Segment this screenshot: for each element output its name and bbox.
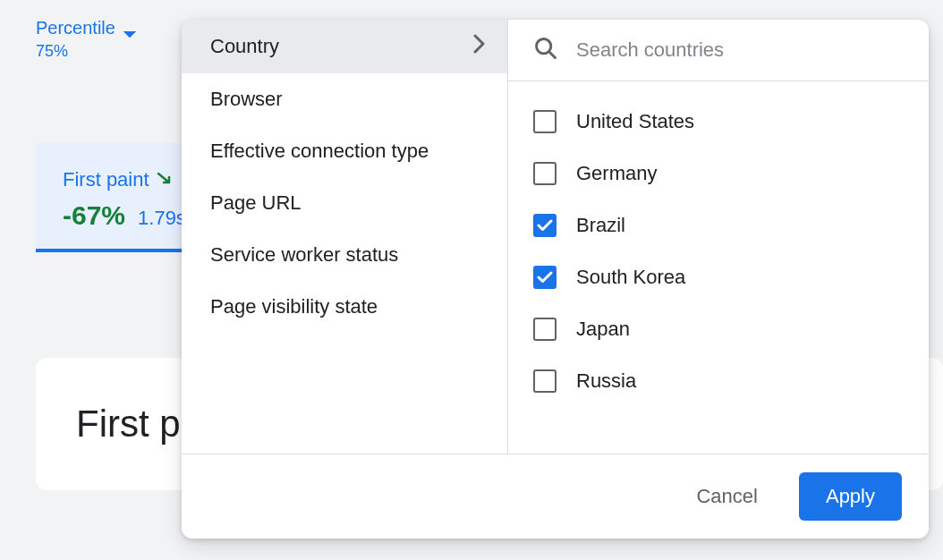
metric-time: 1.79s	[138, 207, 186, 230]
checkbox[interactable]	[533, 369, 556, 393]
checkbox[interactable]	[533, 110, 556, 133]
search-icon	[533, 36, 558, 64]
checkbox[interactable]	[533, 318, 556, 341]
filter-category-item[interactable]: Effective connection type	[182, 125, 507, 177]
category-label: Page visibility state	[210, 295, 378, 318]
option-label: South Korea	[576, 266, 685, 289]
search-bar	[508, 20, 929, 81]
percentile-label: Percentile	[36, 18, 115, 38]
filter-values-panel: United StatesGermanyBrazilSouth KoreaJap…	[508, 20, 929, 454]
chevron-right-icon	[473, 34, 486, 59]
option-item[interactable]: United States	[508, 96, 929, 148]
option-label: Brazil	[576, 214, 625, 237]
checkbox[interactable]	[533, 266, 556, 289]
option-item[interactable]: South Korea	[508, 251, 929, 303]
category-label: Browser	[210, 88, 283, 111]
category-label: Country	[210, 35, 279, 58]
panel-title-left: First p	[76, 403, 181, 445]
search-input[interactable]	[576, 38, 904, 62]
svg-line-2	[549, 52, 556, 58]
option-item[interactable]: Russia	[508, 355, 929, 407]
options-list: United StatesGermanyBrazilSouth KoreaJap…	[508, 81, 929, 454]
filter-category-list: CountryBrowserEffective connection typeP…	[182, 20, 508, 454]
option-item[interactable]: Japan	[508, 303, 929, 355]
filter-footer: Cancel Apply	[182, 454, 929, 539]
apply-button[interactable]: Apply	[799, 472, 902, 521]
metric-percent: -67%	[63, 200, 125, 231]
option-label: United States	[576, 110, 694, 133]
cancel-button[interactable]: Cancel	[682, 474, 771, 519]
option-item[interactable]: Brazil	[508, 199, 929, 251]
checkbox[interactable]	[533, 214, 556, 237]
filter-category-item[interactable]: Page URL	[182, 177, 507, 229]
category-label: Page URL	[210, 191, 302, 215]
option-label: Germany	[576, 162, 657, 185]
filter-category-item[interactable]: Service worker status	[182, 229, 507, 281]
percentile-value: 75%	[36, 42, 115, 61]
svg-marker-0	[123, 31, 136, 38]
filter-popover: CountryBrowserEffective connection typeP…	[182, 20, 929, 539]
metric-title: First paint	[63, 168, 149, 191]
option-item[interactable]: Germany	[508, 148, 929, 199]
checkbox[interactable]	[533, 162, 556, 185]
category-label: Effective connection type	[210, 140, 429, 163]
filter-category-item[interactable]: Country	[182, 20, 507, 73]
filter-category-item[interactable]: Page visibility state	[182, 281, 507, 333]
trend-down-icon	[157, 168, 173, 191]
category-label: Service worker status	[210, 243, 398, 267]
dropdown-arrow-icon	[123, 23, 137, 44]
filter-category-item[interactable]: Browser	[182, 73, 507, 125]
option-label: Russia	[576, 369, 636, 393]
option-label: Japan	[576, 318, 630, 341]
percentile-selector[interactable]: Percentile 75%	[36, 18, 137, 61]
